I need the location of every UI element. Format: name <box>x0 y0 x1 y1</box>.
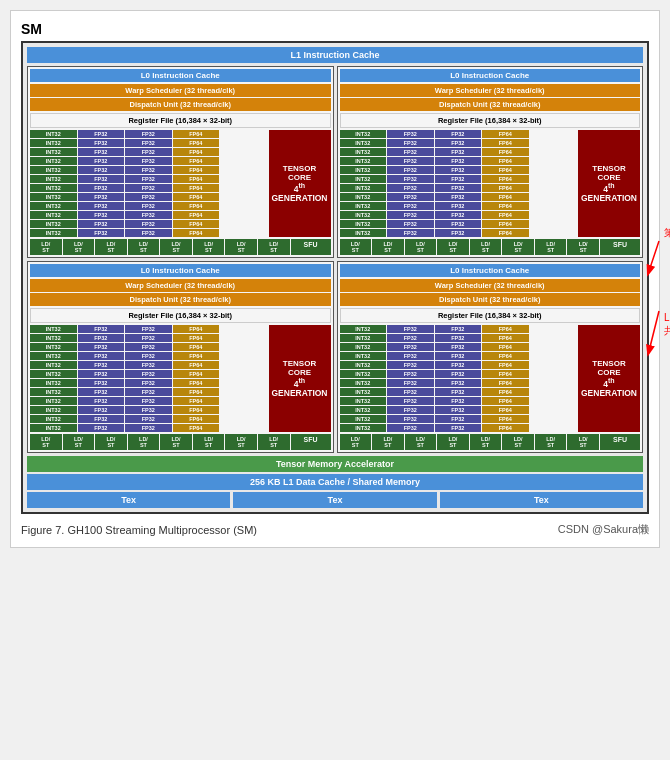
reg-cols-q1: INT32 FP32 FP32 FP64 INT32 FP32 FP32 FP6… <box>30 130 267 237</box>
dispatch-unit-q3: Dispatch Unit (32 thread/clk) <box>30 293 331 306</box>
reg-cols-q4: INT32 FP32 FP32 FP64 INT32 FP32 FP32 FP6… <box>340 325 577 432</box>
ld-st-cell: LD/ST <box>405 434 437 450</box>
warp-scheduler-q4: Warp Scheduler (32 thread/clk) <box>340 279 641 292</box>
svg-text:L1数据cache与: L1数据cache与 <box>664 312 670 323</box>
ld-st-cell: LD/ST <box>567 434 599 450</box>
register-file-q1: Register File (16,384 × 32-bit) <box>30 113 331 128</box>
reg-row: INT32 FP32 FP32 FP64 <box>340 166 577 174</box>
reg-row: INT32 FP32 FP32 FP64 <box>30 157 267 165</box>
reg-row: INT32 FP32 FP32 FP64 <box>340 211 577 219</box>
l1-data-cache: 256 KB L1 Data Cache / Shared Memory <box>27 474 643 490</box>
sfu-row-q1: LD/ST LD/ST LD/ST LD/ST LD/ST LD/ST LD/S… <box>30 239 331 255</box>
reg-row: INT32 FP32 FP32 FP64 <box>340 325 577 333</box>
reg-row: INT32 FP32 FP32 FP64 <box>30 361 267 369</box>
register-file-q3: Register File (16,384 × 32-bit) <box>30 308 331 323</box>
tex-cell-3: Tex <box>440 492 643 508</box>
sfu-box-q1: SFU <box>291 239 331 255</box>
tensor-core-gen-q4: 4th GENERATION <box>580 377 638 399</box>
ld-st-cell: LD/ST <box>30 239 62 255</box>
register-file-q4: Register File (16,384 × 32-bit) <box>340 308 641 323</box>
svg-line-1 <box>649 311 659 351</box>
reg-row: INT32 FP32 FP32 FP64 <box>30 148 267 156</box>
reg-row: INT32 FP32 FP32 FP64 <box>30 202 267 210</box>
reg-row: INT32 FP32 FP32 FP64 <box>30 166 267 174</box>
tex-cell-1: Tex <box>27 492 230 508</box>
cell-fp64: FP64 <box>173 130 220 138</box>
ld-st-cell: LD/ST <box>193 239 225 255</box>
quadrant-top-right: L0 Instruction Cache Warp Scheduler (32 … <box>337 66 644 258</box>
warp-scheduler-q1: Warp Scheduler (32 thread/clk) <box>30 84 331 97</box>
ld-st-cell: LD/ST <box>340 239 372 255</box>
reg-row: INT32 FP32 FP32 FP64 <box>340 130 577 138</box>
tex-row: Tex Tex Tex <box>27 492 643 508</box>
tensor-core-title-q4: TENSOR CORE <box>580 359 638 377</box>
reg-row: INT32 FP32 FP32 FP64 <box>340 220 577 228</box>
ld-st-cell: LD/ST <box>258 239 290 255</box>
dispatch-unit-q1: Dispatch Unit (32 thread/clk) <box>30 98 331 111</box>
page-container: SM L1 Instruction Cache L0 Instruction C… <box>10 10 660 548</box>
reg-row: INT32 FP32 FP32 FP64 <box>30 334 267 342</box>
reg-row: INT32 FP32 FP32 FP64 <box>340 175 577 183</box>
reg-row: INT32 FP32 FP32 FP64 <box>340 361 577 369</box>
reg-row: INT32 FP32 FP32 FP64 <box>340 424 577 432</box>
ld-st-cell: LD/ST <box>128 434 160 450</box>
reg-row: INT32 FP32 FP32 FP64 <box>340 202 577 210</box>
ld-st-cell: LD/ST <box>160 434 192 450</box>
reg-cols-q2: INT32 FP32 FP32 FP64 INT32 FP32 FP32 FP6… <box>340 130 577 237</box>
tensor-core-title-q3: TENSOR CORE <box>271 359 329 377</box>
reg-row: INT32 FP32 FP32 FP64 <box>30 229 267 237</box>
reg-row: INT32 FP32 FP32 FP64 <box>30 379 267 387</box>
quadrant-bottom-right: L0 Instruction Cache Warp Scheduler (32 … <box>337 261 644 453</box>
quadrant-top-left: L0 Instruction Cache Warp Scheduler (32 … <box>27 66 334 258</box>
quadrant-bottom-left: L0 Instruction Cache Warp Scheduler (32 … <box>27 261 334 453</box>
warp-scheduler-q3: Warp Scheduler (32 thread/clk) <box>30 279 331 292</box>
reg-cols-q3: INT32 FP32 FP32 FP64 INT32 FP32 FP32 FP6… <box>30 325 267 432</box>
sm-diagram: L1 Instruction Cache L0 Instruction Cach… <box>21 41 649 514</box>
ld-st-cell: LD/ST <box>193 434 225 450</box>
annotations-svg: 第四代张量核心 L1数据cache与 共享内存结合 <box>649 41 670 514</box>
reg-row: INT32 FP32 FP32 FP64 <box>30 139 267 147</box>
l0-cache-q2: L0 Instruction Cache <box>340 69 641 82</box>
ld-st-cell: LD/ST <box>128 239 160 255</box>
reg-row: INT32 FP32 FP32 FP64 <box>340 184 577 192</box>
warp-scheduler-q2: Warp Scheduler (32 thread/clk) <box>340 84 641 97</box>
reg-row: INT32 FP32 FP32 FP64 <box>30 175 267 183</box>
ld-st-cell: LD/ST <box>437 239 469 255</box>
tensor-core-title-q1: TENSOR CORE <box>271 164 329 182</box>
core-area-q3: INT32 FP32 FP32 FP64 INT32 FP32 FP32 FP6… <box>30 325 331 432</box>
sfu-row-q2: LD/ST LD/ST LD/ST LD/ST LD/ST LD/ST LD/S… <box>340 239 641 255</box>
reg-row: INT32 FP32 FP32 FP64 <box>340 397 577 405</box>
ld-st-cell: LD/ST <box>372 239 404 255</box>
cell-fp32: FP32 <box>78 130 125 138</box>
tensor-core-gen-q2: 4th GENERATION <box>580 182 638 204</box>
ld-st-cell: LD/ST <box>405 239 437 255</box>
sfu-row-q4: LD/ST LD/ST LD/ST LD/ST LD/ST LD/ST LD/S… <box>340 434 641 450</box>
reg-row: INT32 FP32 FP32 FP64 <box>340 388 577 396</box>
ld-st-cell: LD/ST <box>258 434 290 450</box>
tensor-core-gen-q3: 4th GENERATION <box>271 377 329 399</box>
ld-st-cell: LD/ST <box>30 434 62 450</box>
ld-st-cell: LD/ST <box>567 239 599 255</box>
tensor-core-q2: TENSOR CORE 4th GENERATION <box>578 130 640 237</box>
tensor-core-q1: TENSOR CORE 4th GENERATION <box>269 130 331 237</box>
ld-st-cell: LD/ST <box>470 239 502 255</box>
ld-st-cell: LD/ST <box>535 434 567 450</box>
ld-st-cell: LD/ST <box>470 434 502 450</box>
cell-int32: INT32 <box>30 130 77 138</box>
ld-st-cell: LD/ST <box>502 239 534 255</box>
reg-row: INT32 FP32 FP32 FP64 <box>30 397 267 405</box>
reg-row: INT32 FP32 FP32 FP64 <box>30 370 267 378</box>
ld-st-cell: LD/ST <box>225 434 257 450</box>
dispatch-unit-q2: Dispatch Unit (32 thread/clk) <box>340 98 641 111</box>
reg-row: INT32 FP32 FP32 FP64 <box>340 229 577 237</box>
dispatch-unit-q4: Dispatch Unit (32 thread/clk) <box>340 293 641 306</box>
quadrants-grid: L0 Instruction Cache Warp Scheduler (32 … <box>27 66 643 453</box>
reg-row: INT32 FP32 FP32 FP64 <box>30 415 267 423</box>
reg-row: INT32 FP32 FP32 FP64 <box>340 334 577 342</box>
reg-row: INT32 FP32 FP32 FP64 <box>30 220 267 228</box>
ld-st-cell: LD/ST <box>95 434 127 450</box>
ld-st-cell: LD/ST <box>502 434 534 450</box>
sfu-box-q3: SFU <box>291 434 331 450</box>
reg-row: INT32 FP32 FP32 FP64 <box>30 193 267 201</box>
sm-title: SM <box>21 21 649 37</box>
